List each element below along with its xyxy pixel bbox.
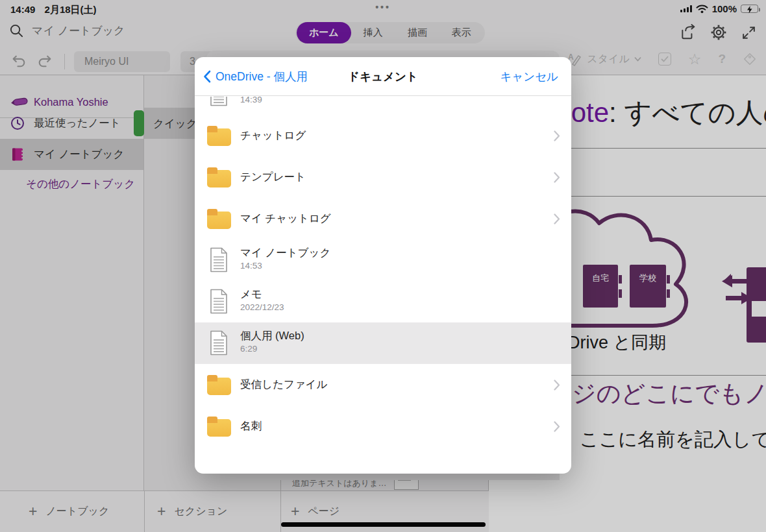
- file-list-item[interactable]: マイ ノートブック 14:53: [195, 239, 571, 281]
- home-indicator[interactable]: [281, 522, 486, 527]
- document-icon: [209, 97, 229, 109]
- cancel-button[interactable]: キャンセル: [500, 57, 558, 95]
- file-list: 14:39 チャットログ: [195, 97, 571, 474]
- item-timestamp: 14:53: [240, 261, 262, 271]
- chevron-right-icon: [554, 172, 560, 183]
- file-list-item[interactable]: 受信したファイル: [195, 364, 571, 405]
- document-icon: [209, 330, 229, 358]
- item-name: マイ ノートブック: [240, 246, 330, 260]
- folder-icon: [207, 126, 231, 146]
- item-name: 名刺: [240, 419, 262, 433]
- file-list-item[interactable]: 個人用 (Web) 6:29: [195, 322, 571, 364]
- file-list-item[interactable]: メモ 2022/12/23: [195, 281, 571, 322]
- folder-icon: [207, 417, 231, 437]
- item-name: 個人用 (Web): [240, 329, 304, 343]
- chevron-right-icon: [554, 421, 560, 432]
- folder-icon: [207, 375, 231, 395]
- item-name: 受信したファイル: [240, 378, 327, 392]
- folder-icon: [207, 209, 231, 229]
- file-list-item[interactable]: 14:39: [195, 97, 571, 115]
- item-timestamp: 6:29: [240, 344, 257, 354]
- item-name: チャットログ: [240, 128, 306, 143]
- item-name: マイ チャットログ: [240, 212, 331, 226]
- chevron-right-icon: [554, 380, 560, 391]
- item-timestamp: 2022/12/23: [240, 302, 284, 312]
- chevron-right-icon: [554, 130, 560, 141]
- item-name: テンプレート: [240, 170, 306, 184]
- modal-header: OneDrive - 個人用 ドキュメント キャンセル: [195, 57, 571, 96]
- file-list-item[interactable]: テンプレート: [195, 156, 571, 198]
- file-list-item[interactable]: チャットログ: [195, 115, 571, 156]
- folder-icon: [207, 167, 231, 187]
- document-icon: [209, 247, 229, 275]
- file-list-item[interactable]: マイ チャットログ: [195, 198, 571, 239]
- item-name: メモ: [240, 287, 262, 302]
- chevron-right-icon: [554, 213, 560, 224]
- onenote-app: 14:49 2月18日(土) ••• 100% マイ ノートブック: [0, 0, 766, 532]
- file-picker-modal: OneDrive - 個人用 ドキュメント キャンセル 14:39: [195, 57, 571, 474]
- file-list-item[interactable]: 名刺: [195, 405, 571, 447]
- document-icon: [209, 289, 229, 317]
- item-timestamp: 14:39: [240, 97, 262, 104]
